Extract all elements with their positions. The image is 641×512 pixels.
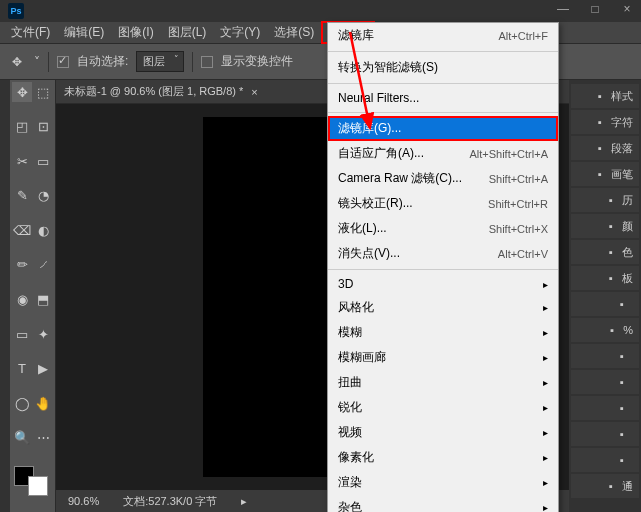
tool-15[interactable]: ✦	[33, 324, 53, 344]
menu-1[interactable]: 编辑(E)	[57, 21, 111, 44]
panel-tab-1[interactable]: ▪字符	[571, 110, 639, 134]
zoom-level[interactable]: 90.6%	[68, 495, 99, 507]
status-caret-icon[interactable]: ▸	[241, 495, 247, 508]
tool-1[interactable]: ⬚	[33, 82, 53, 102]
panel-tab-13[interactable]: ▪	[571, 422, 639, 446]
auto-select-checkbox[interactable]	[57, 56, 69, 68]
tool-0[interactable]: ✥	[12, 82, 32, 102]
filter-menu-item-10[interactable]: 液化(L)...Shift+Ctrl+X	[328, 216, 558, 241]
filter-menu-item-17[interactable]: 扭曲	[328, 370, 558, 395]
menu-2[interactable]: 图像(I)	[111, 21, 160, 44]
auto-select-target[interactable]: 图层	[136, 51, 184, 72]
filter-menu-item-0[interactable]: 滤镜库Alt+Ctrl+F	[328, 23, 558, 48]
color-swatches[interactable]	[12, 466, 50, 496]
filter-menu-item-15[interactable]: 模糊	[328, 320, 558, 345]
panel-icon: ▪	[604, 219, 618, 233]
panel-icon: ▪	[615, 401, 629, 415]
menu-item-label: 模糊	[338, 324, 362, 341]
minimize-button[interactable]: —	[553, 2, 573, 16]
filter-menu-item-4[interactable]: Neural Filters...	[328, 87, 558, 109]
panel-tab-6[interactable]: ▪色	[571, 240, 639, 264]
menu-separator	[328, 269, 558, 270]
filter-menu-item-14[interactable]: 风格化	[328, 295, 558, 320]
toolbox: ✥⬚◰⊡✂▭✎◔⌫◐✏⟋◉⬒▭✦T▶◯🤚🔍⋯	[10, 80, 56, 512]
menu-3[interactable]: 图层(L)	[161, 21, 214, 44]
panel-tab-5[interactable]: ▪颜	[571, 214, 639, 238]
filter-menu-item-6[interactable]: 滤镜库(G)...	[328, 116, 558, 141]
panel-tab-0[interactable]: ▪样式	[571, 84, 639, 108]
menu-4[interactable]: 文字(Y)	[213, 21, 267, 44]
filter-menu-item-19[interactable]: 视频	[328, 420, 558, 445]
menu-item-shortcut: Shift+Ctrl+X	[489, 223, 548, 235]
panel-tab-15[interactable]: ▪通	[571, 474, 639, 498]
panel-tab-label: 色	[622, 245, 633, 260]
show-transform-checkbox[interactable]	[201, 56, 213, 68]
tool-10[interactable]: ✏	[12, 255, 32, 275]
background-swatch[interactable]	[28, 476, 48, 496]
tool-18[interactable]: ◯	[12, 393, 32, 413]
filter-menu-item-7[interactable]: 自适应广角(A)...Alt+Shift+Ctrl+A	[328, 141, 558, 166]
panel-tab-12[interactable]: ▪	[571, 396, 639, 420]
panel-tab-3[interactable]: ▪画笔	[571, 162, 639, 186]
filter-menu-item-9[interactable]: 镜头校正(R)...Shift+Ctrl+R	[328, 191, 558, 216]
panel-tab-4[interactable]: ▪历	[571, 188, 639, 212]
tool-16[interactable]: T	[12, 359, 32, 379]
filter-menu-item-18[interactable]: 锐化	[328, 395, 558, 420]
tool-17[interactable]: ▶	[33, 359, 53, 379]
menu-separator	[328, 83, 558, 84]
panel-icon: ▪	[605, 323, 619, 337]
filter-menu-item-21[interactable]: 渲染	[328, 470, 558, 495]
tool-9[interactable]: ◐	[33, 220, 53, 240]
tool-11[interactable]: ⟋	[33, 255, 53, 275]
tool-5[interactable]: ▭	[33, 151, 53, 171]
panel-tab-label: 段落	[611, 141, 633, 156]
filter-menu-item-11[interactable]: 消失点(V)...Alt+Ctrl+V	[328, 241, 558, 266]
tool-19[interactable]: 🤚	[33, 393, 53, 413]
close-button[interactable]: ×	[617, 2, 637, 16]
tool-20[interactable]: 🔍	[12, 428, 32, 448]
menu-item-label: 杂色	[338, 499, 362, 512]
panel-tab-2[interactable]: ▪段落	[571, 136, 639, 160]
filter-menu-item-16[interactable]: 模糊画廊	[328, 345, 558, 370]
titlebar: Ps	[0, 0, 641, 22]
menu-item-label: 模糊画廊	[338, 349, 386, 366]
close-tab-icon[interactable]: ×	[251, 86, 257, 98]
panel-tab-9[interactable]: ▪%	[571, 318, 639, 342]
panel-icon: ▪	[593, 89, 607, 103]
tool-7[interactable]: ◔	[33, 186, 53, 206]
tool-14[interactable]: ▭	[12, 324, 32, 344]
panel-tab-label: 通	[622, 479, 633, 494]
panel-tab-label: 历	[622, 193, 633, 208]
menu-5[interactable]: 选择(S)	[267, 21, 321, 44]
tool-13[interactable]: ⬒	[33, 289, 53, 309]
left-gutter	[0, 80, 10, 512]
menu-item-label: 锐化	[338, 399, 362, 416]
menu-item-shortcut: Alt+Ctrl+F	[498, 30, 548, 42]
menu-item-label: 自适应广角(A)...	[338, 145, 424, 162]
menu-0[interactable]: 文件(F)	[4, 21, 57, 44]
filter-menu-item-20[interactable]: 像素化	[328, 445, 558, 470]
tool-6[interactable]: ✎	[12, 186, 32, 206]
panel-tab-7[interactable]: ▪板	[571, 266, 639, 290]
tool-12[interactable]: ◉	[12, 289, 32, 309]
panel-tab-11[interactable]: ▪	[571, 370, 639, 394]
filter-menu-item-2[interactable]: 转换为智能滤镜(S)	[328, 55, 558, 80]
panel-tab-10[interactable]: ▪	[571, 344, 639, 368]
tool-8[interactable]: ⌫	[12, 220, 32, 240]
menu-item-label: 转换为智能滤镜(S)	[338, 59, 438, 76]
tool-3[interactable]: ⊡	[33, 117, 53, 137]
menu-item-label: 视频	[338, 424, 362, 441]
filter-menu-item-22[interactable]: 杂色	[328, 495, 558, 512]
tool-4[interactable]: ✂	[12, 151, 32, 171]
right-panels: ▪样式▪字符▪段落▪画笔▪历▪颜▪色▪板▪▪%▪▪▪▪▪▪通	[569, 80, 641, 512]
menu-item-label: 滤镜库	[338, 27, 374, 44]
tool-21[interactable]: ⋯	[33, 428, 53, 448]
tool-2[interactable]: ◰	[12, 117, 32, 137]
panel-tab-8[interactable]: ▪	[571, 292, 639, 316]
dropdown-caret-icon[interactable]: ˅	[34, 55, 40, 69]
filter-menu-item-8[interactable]: Camera Raw 滤镜(C)...Shift+Ctrl+A	[328, 166, 558, 191]
maximize-button[interactable]: □	[585, 2, 605, 16]
panel-tab-14[interactable]: ▪	[571, 448, 639, 472]
panel-tab-label: 颜	[622, 219, 633, 234]
filter-menu-item-13[interactable]: 3D	[328, 273, 558, 295]
